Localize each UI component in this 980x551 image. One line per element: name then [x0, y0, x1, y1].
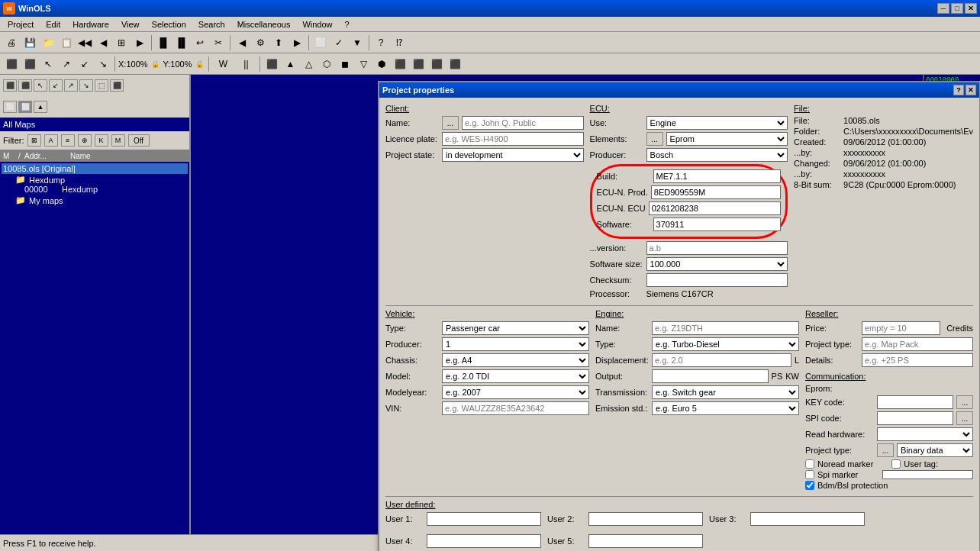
user4-input[interactable]	[427, 534, 541, 548]
toolbar-btn-19[interactable]: ▼	[349, 34, 366, 51]
sidebar-btn-6[interactable]: ↘	[79, 79, 93, 92]
user3-input[interactable]	[750, 512, 865, 526]
vehicle-model-select[interactable]: e.g. 2.0 TDI	[442, 369, 589, 383]
toolbar2-tool6[interactable]: ▽	[355, 56, 372, 72]
sidebar-btn-10[interactable]: ⬜	[18, 101, 32, 113]
y-lock[interactable]: 🔒	[193, 56, 205, 72]
ecu-build-input[interactable]	[653, 169, 782, 183]
toolbar-btn-8[interactable]: ▶	[131, 34, 148, 51]
sidebar-btn-7[interactable]: ⬚	[95, 79, 108, 92]
sidebar-btn-11[interactable]: ▲	[34, 101, 47, 113]
vehicle-type-select[interactable]: Passenger car	[442, 321, 589, 335]
comm-user-tag-checkbox[interactable]	[891, 459, 901, 469]
comm-key-code-input[interactable]	[877, 395, 953, 409]
menu-window[interactable]: Window	[298, 19, 337, 30]
tree-root[interactable]: 10085.ols [Original]	[2, 163, 188, 174]
toolbar-btn-17[interactable]: ⬜	[312, 34, 329, 51]
toolbar-btn-4[interactable]: 📋	[58, 34, 75, 51]
sidebar-btn-1[interactable]: ⬛	[3, 79, 17, 92]
comm-noread-checkbox[interactable]	[805, 459, 814, 469]
ecu-version-input[interactable]	[646, 241, 788, 255]
sidebar-btn-5[interactable]: ↗	[64, 79, 78, 92]
minimize-button[interactable]: ─	[937, 3, 949, 14]
dialog-close-btn[interactable]: ✕	[965, 85, 976, 95]
menu-selection[interactable]: Selection	[147, 19, 191, 30]
filter-off[interactable]: Off	[128, 134, 150, 147]
toolbar2-btn-2[interactable]: ⬛	[21, 56, 38, 72]
menu-help[interactable]: ?	[340, 19, 354, 30]
menu-hardware[interactable]: Hardware	[68, 19, 114, 30]
ecu-elements-btn[interactable]: ...	[646, 132, 663, 146]
toolbar-btn-12[interactable]: ✂	[210, 34, 227, 51]
menu-miscellaneous[interactable]: Miscellaneous	[233, 19, 295, 30]
client-state-select[interactable]: in development finished	[442, 148, 584, 162]
x-lock[interactable]: 🔒	[150, 56, 162, 72]
comm-project-type-select[interactable]: Binary data	[897, 443, 973, 457]
toolbar-btn-21[interactable]: ⁉	[391, 34, 408, 51]
comm-read-hardware-select[interactable]	[877, 427, 973, 441]
engine-displacement-input[interactable]	[652, 353, 791, 367]
ecu-n-ecu-input[interactable]	[649, 201, 781, 215]
engine-emission-select[interactable]: e.g. Euro 5	[652, 401, 799, 415]
filter-btn-1[interactable]: ⊠	[27, 134, 41, 147]
user2-input[interactable]	[588, 512, 703, 526]
toolbar-btn-9[interactable]: ▐▌	[155, 34, 172, 51]
sidebar-btn-8[interactable]: ⬛	[110, 79, 124, 92]
client-name-input[interactable]	[462, 116, 584, 130]
toolbar-btn-13[interactable]: ◀	[234, 34, 250, 51]
close-button[interactable]: ✕	[965, 3, 977, 14]
toolbar-btn-3[interactable]: 📁	[40, 34, 56, 51]
tree-hexdump[interactable]: 📁 Hexdump 00000 Hexdump	[2, 174, 188, 195]
toolbar-btn-2[interactable]: 💾	[21, 34, 38, 51]
filter-btn-5[interactable]: K	[95, 134, 108, 147]
filter-btn-2[interactable]: A	[44, 134, 58, 147]
toolbar2-tool8[interactable]: ⬛	[392, 56, 408, 72]
filter-btn-3[interactable]: ≡	[61, 134, 75, 147]
engine-type-select[interactable]: e.g. Turbo-Diesel	[652, 337, 799, 351]
client-licence-input[interactable]	[442, 132, 584, 146]
menu-project[interactable]: Project	[3, 19, 38, 30]
toolbar2-mode1[interactable]: W	[212, 56, 234, 72]
sidebar-btn-2[interactable]: ⬛	[18, 79, 32, 92]
toolbar2-btn-1[interactable]: ⬛	[3, 56, 20, 72]
comm-spi-marker-input[interactable]	[882, 470, 973, 479]
vehicle-modelyear-select[interactable]: e.g. 2007	[442, 385, 589, 399]
comm-project-type-btn[interactable]: ...	[877, 443, 894, 457]
dialog-help-btn[interactable]: ?	[953, 85, 964, 95]
ecu-checksum-input[interactable]	[646, 273, 788, 287]
toolbar2-tool11[interactable]: ⬛	[446, 56, 463, 72]
toolbar2-tool3[interactable]: △	[300, 56, 317, 72]
ecu-software-size-select[interactable]: 100.000	[646, 257, 788, 271]
toolbar2-btn-3[interactable]: ↖	[40, 56, 56, 72]
toolbar2-tool1[interactable]: ⬛	[263, 56, 280, 72]
toolbar2-btn-5[interactable]: ↙	[76, 56, 93, 72]
comm-key-code-btn[interactable]: ...	[956, 395, 973, 409]
tree-my-maps[interactable]: 📁 My maps	[2, 195, 188, 206]
ecu-elements-select[interactable]: Eprom	[666, 132, 788, 146]
filter-btn-4[interactable]: ⊕	[78, 134, 92, 147]
toolbar2-mode2[interactable]: ||	[235, 56, 256, 72]
client-name-btn[interactable]: ...	[442, 116, 459, 130]
reseller-price-input[interactable]	[862, 321, 940, 335]
comm-spi-code-btn[interactable]: ...	[956, 411, 973, 425]
toolbar2-tool7[interactable]: ⬢	[373, 56, 390, 72]
toolbar-btn-16[interactable]: ▶	[289, 34, 305, 51]
user5-input[interactable]	[588, 534, 703, 548]
toolbar2-tool2[interactable]: ▲	[282, 56, 298, 72]
toolbar-btn-11[interactable]: ↩	[192, 34, 208, 51]
vehicle-vin-input[interactable]	[442, 401, 589, 415]
reseller-details-input[interactable]	[862, 353, 973, 367]
comm-spi-marker-checkbox[interactable]	[805, 470, 814, 479]
toolbar-btn-1[interactable]: 🖨	[3, 34, 20, 51]
toolbar-btn-10[interactable]: ▐▌	[173, 34, 190, 51]
toolbar-btn-6[interactable]: ◀	[95, 34, 111, 51]
menu-edit[interactable]: Edit	[41, 19, 65, 30]
sidebar-btn-9[interactable]: ⬜	[3, 101, 17, 113]
toolbar-btn-7[interactable]: ⊞	[113, 34, 130, 51]
menu-search[interactable]: Search	[194, 19, 230, 30]
comm-spi-code-input[interactable]	[877, 411, 953, 425]
ecu-use-select[interactable]: Engine	[646, 116, 788, 130]
sidebar-btn-4[interactable]: ↙	[49, 79, 63, 92]
engine-name-input[interactable]	[652, 321, 799, 335]
engine-output-ps-input[interactable]	[652, 369, 769, 383]
